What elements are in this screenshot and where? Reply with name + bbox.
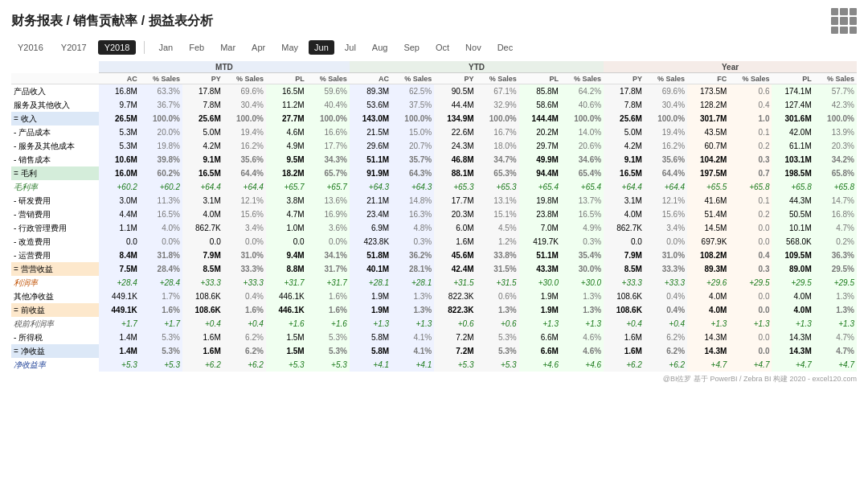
month-btn-mar[interactable]: Mar (215, 40, 241, 55)
year-btn-2018[interactable]: Y2018 (98, 40, 137, 55)
table-row: - 行政管理费用1.1M4.0%862.7K3.4%1.0M3.6%6.9M4.… (11, 221, 857, 235)
table-body: 产品收入16.8M63.3%17.8M69.6%16.5M59.6%89.3M6… (11, 84, 857, 372)
empty-th (11, 61, 99, 73)
mtd-pl-hdr: PL (266, 73, 307, 84)
month-btn-may[interactable]: May (276, 40, 304, 55)
month-btn-dec[interactable]: Dec (492, 40, 519, 55)
month-btn-jan[interactable]: Jan (153, 40, 178, 55)
mtd-ac-pct-hdr: % Sales (140, 73, 182, 84)
yr-pl-hdr: PL (772, 73, 813, 84)
table-row: = 营营收益7.5M28.4%8.5M33.3%8.8M31.7%40.1M28… (11, 262, 857, 276)
year-group: Year (604, 61, 857, 73)
group-header-row: MTD YTD Year (11, 61, 857, 73)
header: 财务报表 / 销售贡献率 / 损益表分析 (11, 8, 857, 34)
yr-pl-pct-hdr: % Sales (814, 73, 857, 84)
ytd-py-pct-hdr: % Sales (477, 73, 519, 84)
mtd-py-pct-hdr: % Sales (223, 73, 266, 84)
table-row: - 产品成本5.3M20.0%5.0M19.4%4.6M16.6%21.5M15… (11, 125, 857, 139)
table-row: 税前利润率+1.7+1.7+0.4+0.4+1.6+1.6+1.3+1.3+0.… (11, 317, 857, 331)
yr-fc-hdr: FC (687, 73, 729, 84)
data-table: MTD YTD Year AC % Sales PY % Sales PL % … (11, 61, 857, 372)
table-row: 净收益率+5.3+5.3+6.2+6.2+5.3+5.3+4.1+4.1+5.3… (11, 358, 857, 372)
month-btn-feb[interactable]: Feb (183, 40, 210, 55)
table-row: - 服务及其他成本5.3M19.8%4.2M16.2%4.9M17.7%29.6… (11, 139, 857, 153)
month-btn-aug[interactable]: Aug (366, 40, 394, 55)
ytd-py-hdr: PY (434, 73, 476, 84)
table-wrap: MTD YTD Year AC % Sales PY % Sales PL % … (11, 61, 857, 372)
table-row: 产品收入16.8M63.3%17.8M69.6%16.5M59.6%89.3M6… (11, 84, 857, 99)
ytd-group: YTD (350, 61, 604, 73)
month-btn-sep[interactable]: Sep (398, 40, 425, 55)
ytd-ac-hdr: AC (350, 73, 391, 84)
table-row: - 所得税1.4M5.3%1.6M6.2%1.5M5.3%5.8M4.1%7.2… (11, 331, 857, 344)
ytd-pl-hdr: PL (519, 73, 561, 84)
table-row: = 毛利16.0M60.2%16.5M64.4%18.2M65.7%91.9M6… (11, 166, 857, 180)
month-btn-nov[interactable]: Nov (460, 40, 487, 55)
mtd-ac-hdr: AC (99, 73, 140, 84)
mtd-group: MTD (99, 61, 350, 73)
table-row: - 研发费用3.0M11.3%3.1M12.1%3.8M13.6%21.1M14… (11, 194, 857, 208)
table-row: 其他净收益449.1K1.7%108.6K0.4%446.1K1.6%1.9M1… (11, 290, 857, 303)
main-container: 财务报表 / 销售贡献率 / 损益表分析 Y2016 Y2017 Y2018 J… (0, 0, 868, 489)
footer-note: @BI佐罗 基于 PowerBI / Zebra BI 构建 2020 - ex… (11, 374, 857, 384)
yr-py-hdr: PY (604, 73, 645, 84)
table-row: - 改造费用0.00.0%0.00.0%0.00.0%423.8K0.3%1.6… (11, 235, 857, 249)
divider (144, 41, 145, 54)
month-btn-jun[interactable]: Jun (309, 40, 334, 55)
ytd-pl-pct-hdr: % Sales (561, 73, 604, 84)
mtd-pl-pct-hdr: % Sales (307, 73, 350, 84)
table-row: - 营销费用4.4M16.5%4.0M15.6%4.7M16.9%23.4M16… (11, 208, 857, 221)
yr-py-pct-hdr: % Sales (645, 73, 687, 84)
nav-bar: Y2016 Y2017 Y2018 Jan Feb Mar Apr May Ju… (11, 40, 857, 55)
ytd-ac-pct-hdr: % Sales (391, 73, 434, 84)
col-header-row: AC % Sales PY % Sales PL % Sales AC % Sa… (11, 73, 857, 84)
table-row: 利润率+28.4+28.4+33.3+33.3+31.7+31.7+28.1+2… (11, 276, 857, 290)
yr-fc-pct-hdr: % Sales (729, 73, 772, 84)
month-btn-apr[interactable]: Apr (246, 40, 271, 55)
year-btn-2016[interactable]: Y2016 (11, 40, 50, 55)
page-title: 财务报表 / 销售贡献率 / 损益表分析 (11, 13, 213, 30)
table-row: 毛利率+60.2+60.2+64.4+64.4+65.7+65.7+64.3+6… (11, 180, 857, 194)
year-btn-2017[interactable]: Y2017 (55, 40, 93, 55)
table-row: - 销售成本10.6M39.8%9.1M35.6%9.5M34.3%51.1M3… (11, 153, 857, 166)
table-row: 服务及其他收入9.7M36.7%7.8M30.4%11.2M40.4%53.6M… (11, 98, 857, 112)
table-row: = 前收益449.1K1.6%108.6K1.6%446.1K1.6%1.9M1… (11, 303, 857, 317)
month-btn-oct[interactable]: Oct (430, 40, 455, 55)
grid-icon[interactable] (831, 8, 857, 34)
table-row: = 净收益1.4M5.3%1.6M6.2%1.5M5.3%5.8M4.1%7.2… (11, 344, 857, 358)
table-row: = 收入26.5M100.0%25.6M100.0%27.7M100.0%143… (11, 112, 857, 125)
month-btn-jul[interactable]: Jul (339, 40, 362, 55)
mtd-py-hdr: PY (182, 73, 223, 84)
table-row: - 运营费用8.4M31.8%7.9M31.0%9.4M34.1%51.8M36… (11, 249, 857, 262)
